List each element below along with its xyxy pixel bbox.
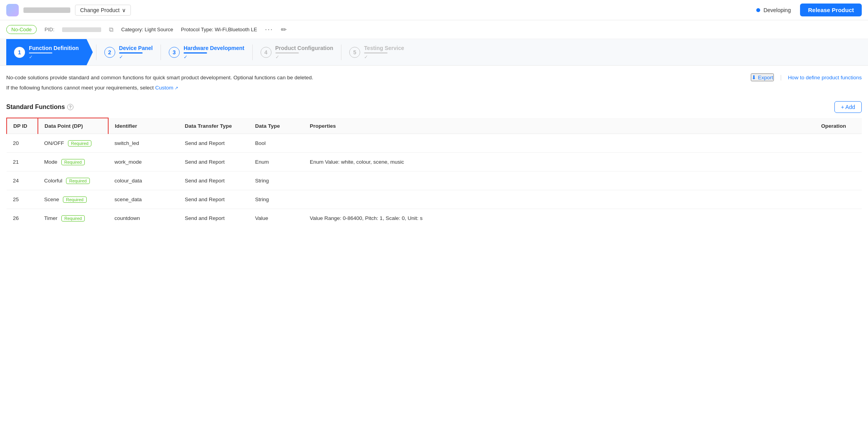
cell-transfer: Send and Report — [179, 171, 249, 190]
cell-identifier: scene_data — [108, 190, 179, 209]
cell-type: Enum — [249, 153, 304, 171]
edit-icon[interactable]: ✏ — [281, 25, 287, 34]
pid-value — [62, 27, 101, 32]
step-5-number: 5 — [349, 47, 360, 58]
required-badge: Required — [61, 215, 85, 222]
header-logo — [6, 4, 19, 16]
cell-properties: Value Range: 0-86400, Pitch: 1, Scale: 0… — [304, 209, 815, 228]
required-badge: Required — [61, 159, 85, 165]
table-row: 20ON/OFF Requiredswitch_ledSend and Repo… — [7, 134, 862, 153]
cell-operation — [815, 134, 862, 153]
th-properties: Properties — [304, 118, 815, 134]
cell-dpid: 21 — [7, 153, 38, 171]
th-type: Data Type — [249, 118, 304, 134]
download-icon: ⬇ — [752, 74, 756, 80]
custom-link[interactable]: Custom ↗ — [155, 85, 178, 91]
required-badge: Required — [68, 140, 92, 146]
step-5-underline — [364, 52, 388, 54]
copy-icon[interactable]: ⧉ — [109, 26, 113, 33]
add-button[interactable]: + Add — [834, 101, 862, 113]
step-2-underline — [119, 52, 143, 54]
step-4-number: 4 — [261, 47, 271, 58]
cell-dp: Scene Required — [38, 190, 108, 209]
cell-identifier: work_mode — [108, 153, 179, 171]
help-link[interactable]: How to define product functions — [788, 75, 862, 80]
cell-dpid: 20 — [7, 134, 38, 153]
cell-type: String — [249, 190, 304, 209]
cell-dpid: 25 — [7, 190, 38, 209]
table-header-row: DP ID Data Point (DP) Identifier Data Tr… — [7, 118, 862, 134]
step-2-number: 2 — [104, 47, 115, 58]
more-options-icon[interactable]: ··· — [265, 25, 273, 34]
required-badge: Required — [66, 178, 90, 184]
step-4-title: Product Configuration — [275, 45, 334, 51]
cell-properties — [304, 134, 815, 153]
step-5-title: Testing Service — [364, 45, 404, 51]
th-dp: Data Point (DP) — [38, 118, 108, 134]
brand-text — [23, 7, 70, 13]
developing-dot-icon — [756, 8, 760, 12]
step-2-check: ✓ — [119, 54, 153, 60]
cell-operation — [815, 190, 862, 209]
cell-transfer: Send and Report — [179, 134, 249, 153]
logo-icon — [6, 4, 19, 16]
table-row: 26Timer RequiredcountdownSend and Report… — [7, 209, 862, 228]
step-3-check: ✓ — [184, 54, 245, 60]
step-3-number: 3 — [169, 47, 180, 58]
export-button[interactable]: ⬇ Export — [751, 73, 774, 81]
step-3-hardware-development[interactable]: 3 Hardware Development ✓ — [161, 39, 252, 65]
pid-label: PID: — [45, 27, 54, 32]
developing-label: Developing — [763, 7, 791, 13]
change-product-label: Change Product — [80, 7, 120, 13]
cell-dp: Colorful Required — [38, 171, 108, 190]
description-line2-prefix: If the following functions cannot meet y… — [6, 85, 155, 91]
step-1-number: 1 — [14, 47, 25, 58]
release-product-label: Release Product — [808, 7, 854, 13]
standard-functions-label: Standard Functions — [6, 104, 65, 111]
step-5-testing-service[interactable]: 5 Testing Service ✓ — [341, 39, 412, 65]
cell-identifier: countdown — [108, 209, 179, 228]
section-title: Standard Functions ? — [6, 104, 73, 111]
description-line1: No-code solutions provide standard and c… — [6, 73, 313, 82]
category-label: Category: Light Source — [121, 27, 173, 32]
description-row: No-code solutions provide standard and c… — [6, 73, 862, 92]
description-text: No-code solutions provide standard and c… — [6, 73, 313, 92]
export-label: Export — [758, 75, 773, 80]
th-operation: Operation — [815, 118, 862, 134]
step-1-function-definition[interactable]: 1 Function Definition ✓ — [6, 39, 93, 65]
functions-table: DP ID Data Point (DP) Identifier Data Tr… — [6, 118, 862, 227]
change-product-button[interactable]: Change Product ∨ — [75, 5, 131, 16]
description-actions: ⬇ Export | How to define product functio… — [751, 73, 862, 81]
step-2-device-panel[interactable]: 2 Device Panel ✓ — [96, 39, 161, 65]
table-header: DP ID Data Point (DP) Identifier Data Tr… — [7, 118, 862, 134]
table-row: 25Scene Requiredscene_dataSend and Repor… — [7, 190, 862, 209]
cell-dpid: 24 — [7, 171, 38, 190]
sub-header: No-Code PID: ⧉ Category: Light Source Pr… — [0, 20, 868, 39]
action-divider: | — [780, 74, 782, 80]
step-1-check: ✓ — [29, 54, 79, 60]
cell-properties: Enum Value: white, colour, scene, music — [304, 153, 815, 171]
required-badge: Required — [63, 196, 87, 203]
th-dpid: DP ID — [7, 118, 38, 134]
main-content: No-code solutions provide standard and c… — [0, 66, 868, 235]
description-line2: If the following functions cannot meet y… — [6, 84, 313, 92]
cell-type: Bool — [249, 134, 304, 153]
cell-transfer: Send and Report — [179, 153, 249, 171]
release-product-button[interactable]: Release Product — [800, 4, 862, 16]
cell-operation — [815, 153, 862, 171]
cell-type: Value — [249, 209, 304, 228]
step-3-underline — [184, 52, 207, 54]
section-title-row: Standard Functions ? + Add — [6, 101, 862, 113]
step-2-content: Device Panel ✓ — [119, 45, 153, 60]
chevron-down-icon: ∨ — [122, 7, 126, 13]
cell-dp: Mode Required — [38, 153, 108, 171]
step-4-product-configuration[interactable]: 4 Product Configuration ✓ — [253, 39, 341, 65]
step-4-content: Product Configuration ✓ — [275, 45, 334, 60]
help-circle-icon[interactable]: ? — [67, 104, 73, 110]
table-body: 20ON/OFF Requiredswitch_ledSend and Repo… — [7, 134, 862, 228]
step-1-title: Function Definition — [29, 45, 79, 51]
table-row: 24Colorful Requiredcolour_dataSend and R… — [7, 171, 862, 190]
steps-container: 1 Function Definition ✓ 2 Device Panel ✓… — [0, 39, 868, 66]
protocol-label: Protocol Type: Wi-Fi,Bluetooth LE — [181, 27, 257, 32]
th-identifier: Identifier — [108, 118, 179, 134]
